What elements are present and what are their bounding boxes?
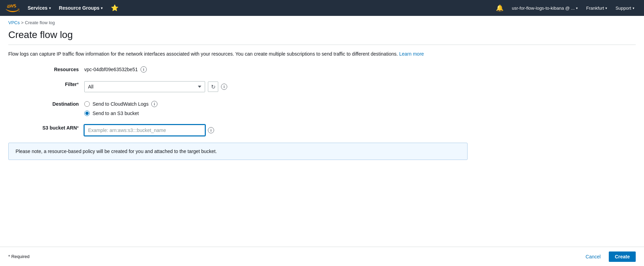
resource-groups-nav[interactable]: Resource Groups ▾ — [55, 0, 107, 16]
form-container: Resources vpc-04dbf09e63532be51 i Filter… — [0, 65, 477, 136]
breadcrumb-current: Create flow log — [25, 20, 55, 25]
breadcrumb: VPCs > Create flow log — [0, 16, 644, 27]
services-nav[interactable]: Services ▾ — [23, 0, 55, 16]
description-text: Flow logs can capture IP traffic flow in… — [8, 51, 398, 57]
s3-arn-row: S3 bucket ARN* i — [8, 123, 468, 136]
resources-info-icon[interactable]: i — [141, 66, 147, 73]
filter-select[interactable]: All Accept Reject — [84, 81, 205, 92]
support-label: Support — [615, 6, 631, 11]
support-chevron-icon: ▾ — [633, 6, 634, 10]
filter-value-group: All Accept Reject ↻ i — [84, 79, 468, 92]
s3-arn-label: S3 bucket ARN* — [8, 123, 84, 131]
destination-cloudwatch-option[interactable]: Send to CloudWatch Logs i — [84, 101, 157, 107]
destination-cloudwatch-radio[interactable] — [84, 101, 90, 107]
services-label: Services — [28, 5, 48, 11]
learn-more-link[interactable]: Learn more — [399, 51, 424, 57]
resource-groups-label: Resource Groups — [59, 5, 99, 11]
filter-info-icon[interactable]: i — [221, 84, 227, 90]
resources-value-group: vpc-04dbf09e63532be51 i — [84, 65, 468, 73]
aws-logo[interactable] — [6, 3, 19, 13]
services-chevron-icon: ▾ — [49, 6, 51, 10]
s3-arn-info-icon[interactable]: i — [208, 127, 214, 133]
navbar: Services ▾ Resource Groups ▾ ⭐ 🔔 usr-for… — [0, 0, 644, 16]
support-menu[interactable]: Support ▾ — [611, 0, 638, 16]
destination-value-group: Send to CloudWatch Logs i Send to an S3 … — [84, 99, 468, 116]
page-description: Flow logs can capture IP traffic flow in… — [0, 50, 644, 65]
destination-row: Destination Send to CloudWatch Logs i Se… — [8, 99, 468, 116]
breadcrumb-separator: > — [21, 20, 25, 25]
page-title: Create flow log — [0, 27, 644, 45]
bell-icon[interactable]: 🔔 — [492, 4, 508, 12]
refresh-icon[interactable]: ↻ — [208, 82, 218, 92]
info-box: Please note, a resource-based policy wil… — [8, 143, 468, 160]
destination-cloudwatch-label: Send to CloudWatch Logs — [93, 101, 148, 107]
destination-radio-group: Send to CloudWatch Logs i Send to an S3 … — [84, 101, 157, 116]
user-menu[interactable]: usr-for-flow-logs-to-kibana @ ... ▾ — [508, 0, 582, 16]
region-label: Frankfurt — [586, 6, 604, 11]
filter-required-star: * — [77, 82, 79, 87]
s3-arn-label-text: S3 bucket ARN — [42, 125, 77, 131]
vpcs-breadcrumb-link[interactable]: VPCs — [8, 20, 20, 25]
destination-label: Destination — [8, 99, 84, 107]
navbar-right: 🔔 usr-for-flow-logs-to-kibana @ ... ▾ Fr… — [492, 0, 638, 16]
resources-label: Resources — [8, 65, 84, 72]
filter-row: Filter* All Accept Reject ↻ i — [8, 79, 468, 92]
resources-row: Resources vpc-04dbf09e63532be51 i — [8, 65, 468, 73]
user-label: usr-for-flow-logs-to-kibana @ ... — [512, 6, 575, 11]
s3-arn-input[interactable] — [84, 125, 205, 136]
pin-icon[interactable]: ⭐ — [107, 4, 123, 12]
destination-s3-label: Send to an S3 bucket — [93, 111, 139, 116]
s3-arn-required-star: * — [77, 125, 79, 131]
destination-s3-radio[interactable] — [84, 111, 90, 116]
title-divider — [8, 45, 636, 45]
filter-label: Filter* — [8, 79, 84, 87]
info-box-message: Please note, a resource-based policy wil… — [16, 149, 217, 154]
filter-label-text: Filter — [65, 82, 77, 87]
user-chevron-icon: ▾ — [576, 6, 578, 10]
region-menu[interactable]: Frankfurt ▾ — [582, 0, 611, 16]
resources-value: vpc-04dbf09e63532be51 — [84, 67, 138, 72]
s3-arn-value-group: i — [84, 123, 468, 136]
destination-s3-option[interactable]: Send to an S3 bucket — [84, 111, 157, 116]
resource-groups-chevron-icon: ▾ — [101, 6, 103, 10]
cloudwatch-info-icon[interactable]: i — [151, 101, 157, 107]
region-chevron-icon: ▾ — [605, 6, 607, 10]
